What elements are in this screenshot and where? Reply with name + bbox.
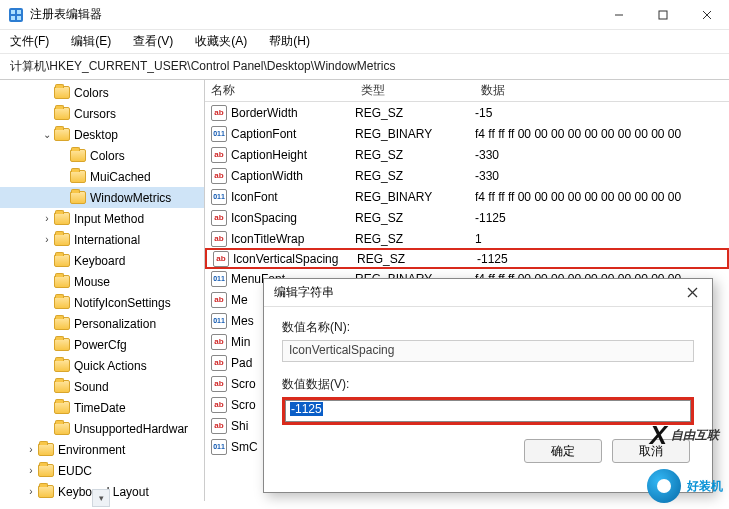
value-type: REG_SZ (355, 232, 475, 246)
chevron-right-icon[interactable]: › (24, 486, 38, 497)
menu-file[interactable]: 文件(F) (6, 31, 53, 52)
value-name: BorderWidth (231, 106, 298, 120)
tree-item-personalization[interactable]: Personalization (0, 313, 204, 334)
value-name: CaptionFont (231, 127, 296, 141)
value-name: IconSpacing (231, 211, 297, 225)
tree-item-label: Colors (90, 149, 125, 163)
tree-item-label: NotifyIconSettings (74, 296, 171, 310)
folder-icon (54, 317, 70, 330)
string-value-icon: ab (211, 334, 227, 350)
chevron-right-icon[interactable]: › (24, 465, 38, 476)
col-data[interactable]: 数据 (475, 82, 729, 99)
tree-item-notifyiconsettings[interactable]: NotifyIconSettings (0, 292, 204, 313)
value-row[interactable]: 011CaptionFontREG_BINARYf4 ff ff ff 00 0… (205, 123, 729, 144)
tree-item-cursors[interactable]: Cursors (0, 103, 204, 124)
menubar: 文件(F) 编辑(E) 查看(V) 收藏夹(A) 帮助(H) (0, 30, 729, 54)
folder-icon (54, 338, 70, 351)
dialog-close-button[interactable] (672, 279, 712, 307)
tree-item-label: WindowMetrics (90, 191, 171, 205)
tree-item-eudc[interactable]: ›EUDC (0, 460, 204, 481)
tree-item-label: Colors (74, 86, 109, 100)
value-type: REG_SZ (355, 169, 475, 183)
value-name: SmC (231, 440, 258, 454)
tree-item-label: PowerCfg (74, 338, 127, 352)
close-button[interactable] (685, 0, 729, 30)
tree-item-label: UnsupportedHardwar (74, 422, 188, 436)
menu-help[interactable]: 帮助(H) (265, 31, 314, 52)
menu-favorites[interactable]: 收藏夹(A) (191, 31, 251, 52)
tree-item-windowmetrics[interactable]: WindowMetrics (0, 187, 204, 208)
tree-item-colors[interactable]: Colors (0, 82, 204, 103)
value-row[interactable]: abIconSpacingREG_SZ-1125 (205, 207, 729, 228)
menu-edit[interactable]: 编辑(E) (67, 31, 115, 52)
binary-value-icon: 011 (211, 189, 227, 205)
value-row[interactable]: abBorderWidthREG_SZ-15 (205, 102, 729, 123)
tree-item-unsupportedhardwar[interactable]: UnsupportedHardwar (0, 418, 204, 439)
col-type[interactable]: 类型 (355, 82, 475, 99)
value-row[interactable]: abCaptionHeightREG_SZ-330 (205, 144, 729, 165)
value-data: f4 ff ff ff 00 00 00 00 00 00 00 00 00 0… (475, 190, 729, 204)
value-row[interactable]: 011IconFontREG_BINARYf4 ff ff ff 00 00 0… (205, 186, 729, 207)
maximize-button[interactable] (641, 0, 685, 30)
chevron-right-icon[interactable]: › (24, 444, 38, 455)
value-data-text: -1125 (290, 402, 323, 416)
tree-item-mouse[interactable]: Mouse (0, 271, 204, 292)
tree-item-powercfg[interactable]: PowerCfg (0, 334, 204, 355)
tree-item-label: Input Method (74, 212, 144, 226)
value-name-label: 数值名称(N): (282, 319, 694, 336)
tree-item-desktop[interactable]: ⌄Desktop (0, 124, 204, 145)
tree-item-input method[interactable]: ›Input Method (0, 208, 204, 229)
value-data: -1125 (477, 252, 727, 266)
tree-scroll-down[interactable]: ▾ (92, 489, 110, 507)
folder-icon (54, 380, 70, 393)
folder-icon (54, 107, 70, 120)
value-type: REG_SZ (357, 252, 477, 266)
value-name: Scro (231, 398, 256, 412)
string-value-icon: ab (211, 147, 227, 163)
binary-value-icon: 011 (211, 439, 227, 455)
tree-item-colors[interactable]: Colors (0, 145, 204, 166)
folder-icon (54, 359, 70, 372)
tree-item-timedate[interactable]: TimeDate (0, 397, 204, 418)
string-value-icon: ab (211, 376, 227, 392)
value-name: Mes (231, 314, 254, 328)
value-data: -330 (475, 148, 729, 162)
address-bar[interactable]: 计算机\HKEY_CURRENT_USER\Control Panel\Desk… (0, 54, 729, 80)
tree-item-environment[interactable]: ›Environment (0, 439, 204, 460)
value-data: -330 (475, 169, 729, 183)
value-row[interactable]: abCaptionWidthREG_SZ-330 (205, 165, 729, 186)
value-name: Scro (231, 377, 256, 391)
tree-item-keyboard[interactable]: Keyboard (0, 250, 204, 271)
tree-item-label: Keyboard (74, 254, 125, 268)
svg-rect-2 (17, 10, 21, 14)
folder-icon (70, 191, 86, 204)
value-data-input[interactable]: -1125 (285, 400, 691, 422)
chevron-right-icon[interactable]: › (40, 234, 54, 245)
binary-value-icon: 011 (211, 126, 227, 142)
folder-icon (38, 464, 54, 477)
menu-view[interactable]: 查看(V) (129, 31, 177, 52)
dialog-title: 编辑字符串 (274, 284, 672, 301)
tree-item-label: TimeDate (74, 401, 126, 415)
col-name[interactable]: 名称 (205, 82, 355, 99)
chevron-down-icon[interactable]: ⌄ (40, 129, 54, 140)
value-row[interactable]: abIconVerticalSpacingREG_SZ-1125 (205, 248, 729, 269)
tree-item-international[interactable]: ›International (0, 229, 204, 250)
tree-pane[interactable]: ColorsCursors⌄DesktopColorsMuiCachedWind… (0, 80, 205, 501)
dialog-titlebar: 编辑字符串 (264, 279, 712, 307)
tree-item-sound[interactable]: Sound (0, 376, 204, 397)
value-name: Shi (231, 419, 248, 433)
minimize-button[interactable] (597, 0, 641, 30)
string-value-icon: ab (211, 418, 227, 434)
value-row[interactable]: abIconTitleWrapREG_SZ1 (205, 228, 729, 249)
string-value-icon: ab (213, 251, 229, 267)
tree-item-quick actions[interactable]: Quick Actions (0, 355, 204, 376)
value-data: f4 ff ff ff 00 00 00 00 00 00 00 00 00 0… (475, 127, 729, 141)
string-value-icon: ab (211, 231, 227, 247)
tree-item-muicached[interactable]: MuiCached (0, 166, 204, 187)
svg-rect-4 (17, 16, 21, 20)
value-type: REG_BINARY (355, 190, 475, 204)
chevron-right-icon[interactable]: › (40, 213, 54, 224)
ok-button[interactable]: 确定 (524, 439, 602, 463)
cancel-button[interactable]: 取消 (612, 439, 690, 463)
